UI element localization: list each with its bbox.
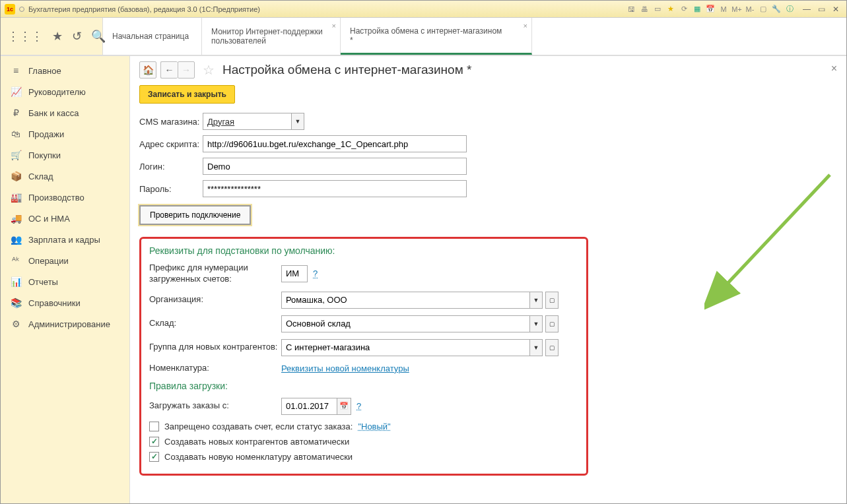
org-dropdown-icon[interactable]: ▼ bbox=[529, 292, 543, 309]
nomen-link[interactable]: Реквизиты новой номенклатуры bbox=[281, 363, 409, 373]
sidebar-item-admin[interactable]: ⚙Администрирование bbox=[1, 313, 129, 334]
forbid-label: Запрещено создавать счет, если статус за… bbox=[164, 422, 353, 431]
date-help-icon[interactable]: ? bbox=[356, 401, 361, 411]
bars-icon: 📊 bbox=[10, 276, 22, 287]
doc-icon[interactable]: ▭ bbox=[652, 4, 663, 15]
star-icon[interactable]: ★ bbox=[52, 29, 63, 44]
warehouse-dropdown-icon[interactable]: ▼ bbox=[529, 315, 543, 332]
password-label: Пароль: bbox=[139, 184, 203, 194]
sidebar-item-purchases[interactable]: 🛒Покупки bbox=[1, 144, 129, 166]
wrench-icon[interactable]: 🔧 bbox=[771, 4, 782, 15]
history-icon[interactable]: ⟳ bbox=[679, 4, 689, 15]
login-label: Логин: bbox=[139, 162, 203, 172]
tab-home-label: Начальная страница bbox=[112, 32, 192, 41]
auto-nomen-checkbox[interactable]: ✓ bbox=[149, 452, 159, 462]
sidebar-item-main[interactable]: ≡Главное bbox=[1, 60, 129, 81]
auto-contr-checkbox[interactable]: ✓ bbox=[149, 437, 159, 447]
sidebar: ≡Главное 📈Руководителю ₽Банк и касса 🛍Пр… bbox=[1, 56, 130, 503]
menu-dot-icon[interactable] bbox=[19, 7, 24, 12]
save-icon[interactable]: 🖫 bbox=[626, 4, 636, 15]
login-input[interactable] bbox=[203, 158, 467, 175]
chart-icon: 📈 bbox=[10, 86, 22, 97]
close-window-button[interactable]: ✕ bbox=[829, 4, 842, 15]
people-icon: 👥 bbox=[10, 234, 22, 245]
title-bar: 1c Бухгалтерия предприятия (базовая), ре… bbox=[1, 1, 846, 18]
sidebar-item-label: Операции bbox=[28, 256, 69, 266]
warehouse-select[interactable] bbox=[281, 315, 529, 332]
calendar-picker-icon[interactable]: 📅 bbox=[337, 398, 351, 415]
content-close-icon[interactable]: × bbox=[831, 63, 837, 75]
content-header: 🏠 ← → ☆ Настройка обмена с интернет-мага… bbox=[139, 61, 837, 79]
nomen-label: Номенклатура: bbox=[149, 363, 281, 374]
titlebar-tools: 🖫 🖶 ▭ ★ ⟳ ▦ 📅 M M+ M- ▢ 🔧 ⓘ bbox=[626, 4, 795, 15]
tab-home[interactable]: Начальная страница bbox=[103, 18, 202, 55]
back-button[interactable]: ← bbox=[160, 61, 178, 79]
sidebar-item-label: Справочники bbox=[28, 298, 81, 308]
cms-select[interactable] bbox=[203, 113, 291, 130]
tab-monitor[interactable]: Монитор Интернет-поддержки пользователей… bbox=[202, 18, 341, 55]
group-open-icon[interactable]: ▢ bbox=[545, 339, 559, 356]
history-tab-icon[interactable]: ↺ bbox=[72, 29, 82, 44]
sidebar-item-directories[interactable]: 📚Справочники bbox=[1, 292, 129, 313]
auto-nomen-label: Создавать новую номенклатуру автоматичес… bbox=[164, 452, 353, 462]
tab-exchange-label-l1: Настройка обмена с интернет-магазином bbox=[350, 26, 522, 36]
cms-label: CMS магазина: bbox=[139, 117, 203, 127]
content-area: × 🏠 ← → ☆ Настройка обмена с интернет-ма… bbox=[130, 56, 846, 503]
sidebar-item-manager[interactable]: 📈Руководителю bbox=[1, 81, 129, 102]
sidebar-item-warehouse[interactable]: 📦Склад bbox=[1, 166, 129, 187]
forward-button[interactable]: → bbox=[178, 61, 195, 79]
sidebar-item-sales[interactable]: 🛍Продажи bbox=[1, 123, 129, 144]
sidebar-item-bank[interactable]: ₽Банк и касса bbox=[1, 102, 129, 123]
calendar-icon[interactable]: 📅 bbox=[705, 4, 716, 15]
sidebar-item-label: Зарплата и кадры bbox=[28, 235, 100, 245]
highlighted-section: Реквизиты для подстановки по умолчанию: … bbox=[139, 237, 588, 476]
mminus-icon[interactable]: M- bbox=[745, 4, 755, 15]
save-close-button[interactable]: Записать и закрыть bbox=[139, 85, 235, 104]
home-button[interactable]: 🏠 bbox=[139, 61, 156, 79]
bag-icon: 🛍 bbox=[10, 129, 22, 139]
page-title: Настройка обмена с интернет-магазином * bbox=[222, 63, 471, 77]
tab-exchange-close-icon[interactable]: × bbox=[524, 22, 527, 30]
org-open-icon[interactable]: ▢ bbox=[545, 292, 559, 309]
gear-icon: ⚙ bbox=[10, 319, 22, 329]
group-select[interactable] bbox=[281, 339, 529, 356]
org-select[interactable] bbox=[281, 292, 529, 309]
tab-exchange[interactable]: Настройка обмена с интернет-магазином * … bbox=[341, 18, 532, 55]
m-icon[interactable]: M bbox=[718, 4, 729, 15]
minimize-button[interactable]: — bbox=[800, 4, 813, 15]
sidebar-item-operations[interactable]: ᴬᵏОперации bbox=[1, 250, 129, 271]
warehouse-open-icon[interactable]: ▢ bbox=[545, 315, 559, 332]
script-url-input[interactable] bbox=[203, 135, 467, 152]
password-input[interactable] bbox=[203, 180, 467, 197]
cart-icon: 🛒 bbox=[10, 150, 22, 160]
sidebar-item-label: Склад bbox=[28, 172, 53, 181]
sidebar-item-salary[interactable]: 👥Зарплата и кадры bbox=[1, 229, 129, 250]
prefix-help-icon[interactable]: ? bbox=[313, 268, 318, 278]
forbid-checkbox[interactable] bbox=[149, 422, 159, 431]
print-icon[interactable]: 🖶 bbox=[639, 4, 650, 15]
tab-monitor-close-icon[interactable]: × bbox=[332, 22, 336, 30]
org-label: Организация: bbox=[149, 294, 281, 305]
app-logo-icon: 1c bbox=[5, 4, 15, 15]
calc-icon[interactable]: ▦ bbox=[692, 4, 702, 15]
mplus-icon[interactable]: M+ bbox=[731, 4, 742, 15]
sidebar-item-assets[interactable]: 🚚ОС и НМА bbox=[1, 208, 129, 229]
tab-exchange-label-l2: * bbox=[350, 36, 522, 45]
favorite-star-icon[interactable]: ☆ bbox=[203, 62, 215, 78]
group-label: Группа для новых контрагентов: bbox=[149, 342, 281, 353]
info-icon[interactable]: ⓘ bbox=[784, 4, 795, 15]
list-icon: ≡ bbox=[10, 65, 22, 76]
apps-icon[interactable]: ⋮⋮⋮ bbox=[7, 29, 43, 44]
load-from-date-input[interactable] bbox=[281, 398, 337, 415]
cms-dropdown-icon[interactable]: ▼ bbox=[291, 113, 304, 130]
rules-section-title: Правила загрузки: bbox=[149, 381, 578, 391]
status-link[interactable]: "Новый" bbox=[358, 422, 390, 431]
favorite-icon[interactable]: ★ bbox=[665, 4, 676, 15]
group-dropdown-icon[interactable]: ▼ bbox=[529, 339, 543, 356]
check-connection-button[interactable]: Проверить подключение bbox=[139, 205, 251, 225]
panel-icon[interactable]: ▢ bbox=[758, 4, 768, 15]
sidebar-item-production[interactable]: 🏭Производство bbox=[1, 187, 129, 208]
maximize-button[interactable]: ▭ bbox=[815, 4, 828, 15]
prefix-input[interactable] bbox=[281, 265, 308, 282]
sidebar-item-reports[interactable]: 📊Отчеты bbox=[1, 271, 129, 292]
